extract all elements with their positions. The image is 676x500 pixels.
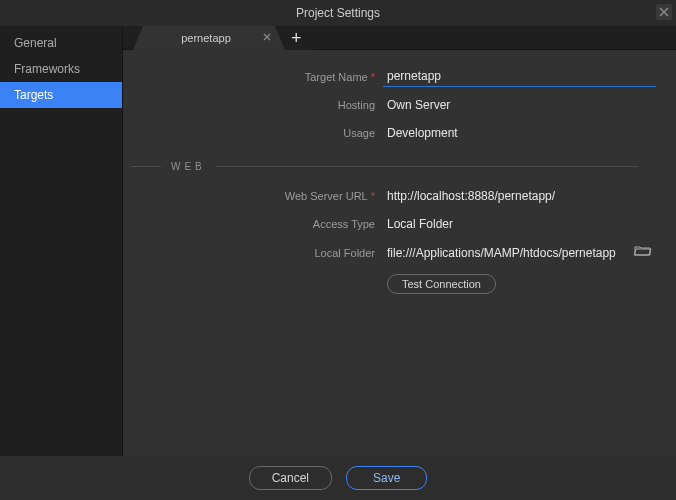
tab-bar: pernetapp + [123, 26, 676, 50]
access-type-label: Access Type [123, 218, 383, 230]
folder-open-icon[interactable] [634, 245, 652, 260]
hosting-label: Hosting [123, 99, 383, 111]
sidebar-item-general[interactable]: General [0, 30, 122, 56]
usage-label: Usage [123, 127, 383, 139]
hosting-field[interactable]: Own Server [383, 95, 656, 115]
web-server-url-field[interactable]: http://localhost:8888/pernetapp/ [383, 186, 656, 206]
close-icon[interactable] [656, 4, 672, 20]
cancel-button[interactable]: Cancel [249, 466, 332, 490]
save-button[interactable]: Save [346, 466, 427, 490]
add-tab-button[interactable]: + [279, 28, 314, 48]
tab-pernetapp[interactable]: pernetapp [133, 26, 285, 50]
access-type-field[interactable]: Local Folder [383, 214, 656, 234]
access-type-value: Local Folder [387, 217, 652, 231]
local-folder-label: Local Folder [123, 247, 383, 259]
window-title: Project Settings [296, 6, 380, 20]
tab-label: pernetapp [181, 32, 231, 44]
section-title: WEB [161, 161, 216, 172]
local-folder-value: file:///Applications/MAMP/htdocs/perneta… [387, 246, 628, 260]
usage-value: Development [387, 126, 652, 140]
sidebar: General Frameworks Targets [0, 26, 123, 456]
web-server-url-label: Web Server URL* [123, 190, 383, 202]
test-connection-button[interactable]: Test Connection [387, 274, 496, 294]
sidebar-item-targets[interactable]: Targets [0, 82, 122, 108]
local-folder-field[interactable]: file:///Applications/MAMP/htdocs/perneta… [383, 242, 656, 263]
usage-field[interactable]: Development [383, 123, 656, 143]
sidebar-item-label: General [14, 36, 57, 50]
hosting-value: Own Server [387, 98, 652, 112]
sidebar-item-label: Frameworks [14, 62, 80, 76]
tab-close-icon[interactable] [263, 32, 271, 43]
target-name-label: Target Name* [123, 71, 383, 83]
web-server-url-value: http://localhost:8888/pernetapp/ [387, 189, 652, 203]
window-titlebar: Project Settings [0, 0, 676, 26]
target-name-value: pernetapp [387, 69, 652, 83]
content-pane: pernetapp + Target Name* pernetapp Hosti… [123, 26, 676, 456]
dialog-footer: Cancel Save [0, 456, 676, 500]
sidebar-item-frameworks[interactable]: Frameworks [0, 56, 122, 82]
target-name-field[interactable]: pernetapp [383, 66, 656, 87]
section-header-web: WEB [123, 161, 656, 172]
sidebar-item-label: Targets [14, 88, 53, 102]
